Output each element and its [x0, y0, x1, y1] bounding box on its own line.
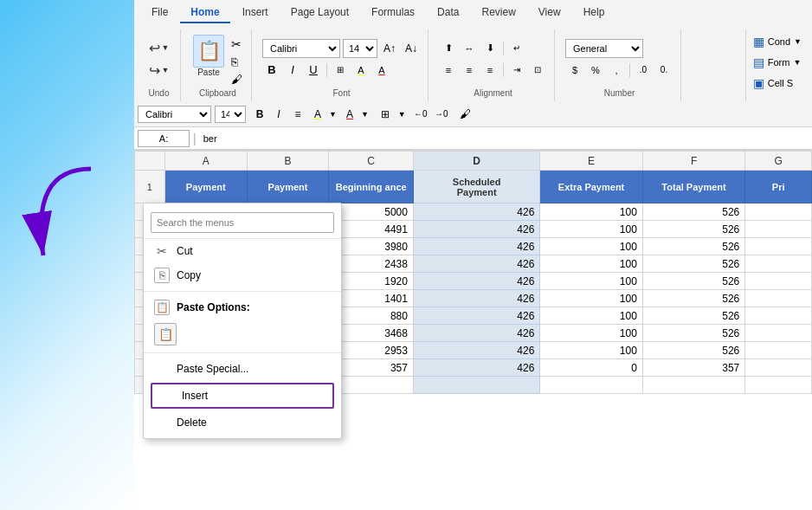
tab-home[interactable]: Home: [180, 3, 229, 23]
row-5-d[interactable]: 426: [413, 255, 539, 273]
col-header-f[interactable]: F: [642, 152, 744, 171]
row-3-f[interactable]: 526: [642, 221, 744, 238]
mini-fill-color-button[interactable]: A: [308, 106, 327, 123]
col-header-b[interactable]: B: [247, 152, 329, 171]
font-name-select[interactable]: Calibri: [262, 39, 340, 58]
mini-format-paint-button[interactable]: 🖌: [456, 106, 475, 123]
row-6-g[interactable]: [745, 273, 812, 290]
tab-insert[interactable]: Insert: [232, 3, 279, 23]
context-menu-cut[interactable]: ✂ Cut: [144, 239, 341, 263]
row-10-g[interactable]: [745, 342, 812, 359]
row-8-g[interactable]: [745, 307, 812, 325]
row-12-e[interactable]: [540, 377, 642, 394]
format-as-table-button[interactable]: ▤ Form ▼: [750, 54, 805, 71]
context-menu-copy[interactable]: ⎘ Copy: [144, 263, 341, 287]
row-5-g[interactable]: [745, 255, 812, 273]
number-format-select[interactable]: General: [565, 39, 643, 58]
percent-button[interactable]: %: [586, 61, 605, 80]
row-4-e[interactable]: 100: [540, 238, 642, 255]
row-7-e[interactable]: 100: [540, 290, 642, 307]
context-menu-delete[interactable]: Delete: [144, 410, 341, 435]
align-left-button[interactable]: ≡: [439, 61, 458, 80]
tab-formulas[interactable]: Formulas: [361, 3, 425, 23]
row-3-d[interactable]: 426: [413, 221, 539, 238]
increase-decimal-button[interactable]: .0: [634, 61, 653, 80]
context-menu-paste-special[interactable]: Paste Special...: [144, 357, 341, 381]
row-9-e[interactable]: 100: [540, 325, 642, 342]
row-11-e[interactable]: 0: [540, 359, 642, 377]
row-10-f[interactable]: 526: [642, 342, 744, 359]
context-menu-search-input[interactable]: [151, 212, 334, 233]
row-12-d[interactable]: [413, 377, 539, 394]
row-3-g[interactable]: [745, 221, 812, 238]
decrease-font-button[interactable]: A↓: [402, 39, 421, 58]
row-10-d[interactable]: 426: [413, 342, 539, 359]
align-right-button[interactable]: ≡: [480, 61, 499, 80]
row-6-d[interactable]: 426: [413, 273, 539, 290]
increase-font-button[interactable]: A↑: [380, 39, 399, 58]
col-header-a[interactable]: A: [164, 152, 247, 171]
col-header-d[interactable]: D: [413, 152, 539, 171]
decrease-decimal-button[interactable]: 0.: [654, 61, 673, 80]
row-2-e[interactable]: 100: [540, 203, 642, 221]
row-3-e[interactable]: 100: [540, 221, 642, 238]
row-9-g[interactable]: [745, 325, 812, 342]
row-8-d[interactable]: 426: [413, 307, 539, 325]
mini-font-color-button[interactable]: A: [340, 106, 359, 123]
row-12-f[interactable]: [642, 377, 744, 394]
row-5-f[interactable]: 526: [642, 255, 744, 273]
formula-input[interactable]: [200, 130, 809, 147]
row-7-d[interactable]: 426: [413, 290, 539, 307]
mini-fill-dropdown[interactable]: ▼: [329, 110, 337, 119]
comma-button[interactable]: ,: [607, 61, 626, 80]
currency-button[interactable]: $: [565, 61, 584, 80]
format-painter-button[interactable]: 🖌: [229, 72, 244, 87]
bold-button[interactable]: B: [262, 61, 281, 80]
cut-button[interactable]: ✂: [229, 36, 244, 52]
row-11-g[interactable]: [745, 359, 812, 377]
align-bottom-button[interactable]: ⬇: [480, 39, 499, 58]
tab-data[interactable]: Data: [427, 3, 469, 23]
row-9-f[interactable]: 526: [642, 325, 744, 342]
fill-color-button[interactable]: A: [351, 61, 371, 80]
tab-file[interactable]: File: [141, 3, 178, 23]
col-header-c[interactable]: C: [329, 152, 414, 171]
paste-button[interactable]: 📋 Paste: [191, 33, 226, 79]
row-11-f[interactable]: 357: [642, 359, 744, 377]
row-5-e[interactable]: 100: [540, 255, 642, 273]
align-center-button[interactable]: ≡: [460, 61, 479, 80]
col-header-g[interactable]: G: [745, 152, 812, 171]
underline-button[interactable]: U: [304, 61, 323, 80]
row-2-f[interactable]: 526: [642, 203, 744, 221]
row-9-d[interactable]: 426: [413, 325, 539, 342]
font-size-select[interactable]: 14: [343, 39, 377, 58]
merge-button[interactable]: ⊡: [528, 61, 547, 80]
row-10-e[interactable]: 100: [540, 342, 642, 359]
row-12-g[interactable]: [745, 377, 812, 394]
font-color-button[interactable]: A: [372, 61, 391, 80]
row-7-f[interactable]: 526: [642, 290, 744, 307]
row-4-g[interactable]: [745, 238, 812, 255]
align-middle-button[interactable]: ↔: [460, 39, 479, 58]
italic-button[interactable]: I: [283, 61, 302, 80]
mini-font-name[interactable]: Calibri: [138, 106, 211, 123]
redo-button[interactable]: ↪ ▼: [145, 61, 173, 81]
mini-font-size[interactable]: 14: [215, 106, 246, 123]
conditional-formatting-button[interactable]: ▦ Cond ▼: [750, 33, 805, 50]
mini-decrease-indent-button[interactable]: ←0: [411, 106, 430, 123]
col-header-e[interactable]: E: [540, 152, 642, 171]
mini-align-center-button[interactable]: ≡: [289, 106, 306, 123]
row-8-f[interactable]: 526: [642, 307, 744, 325]
mini-italic-button[interactable]: I: [270, 106, 287, 123]
tab-help[interactable]: Help: [573, 3, 615, 23]
mini-border-button[interactable]: ⊞: [374, 106, 396, 123]
row-6-e[interactable]: 100: [540, 273, 642, 290]
tab-page-layout[interactable]: Page Layout: [280, 3, 359, 23]
mini-border-dropdown[interactable]: ▼: [398, 110, 406, 119]
border-button[interactable]: ⊞: [331, 61, 350, 80]
copy-button[interactable]: ⎘: [229, 55, 244, 69]
row-2-d[interactable]: 426: [413, 203, 539, 221]
context-menu-insert[interactable]: Insert: [151, 383, 334, 409]
tab-review[interactable]: Review: [471, 3, 525, 23]
cell-reference-box[interactable]: [138, 130, 190, 147]
